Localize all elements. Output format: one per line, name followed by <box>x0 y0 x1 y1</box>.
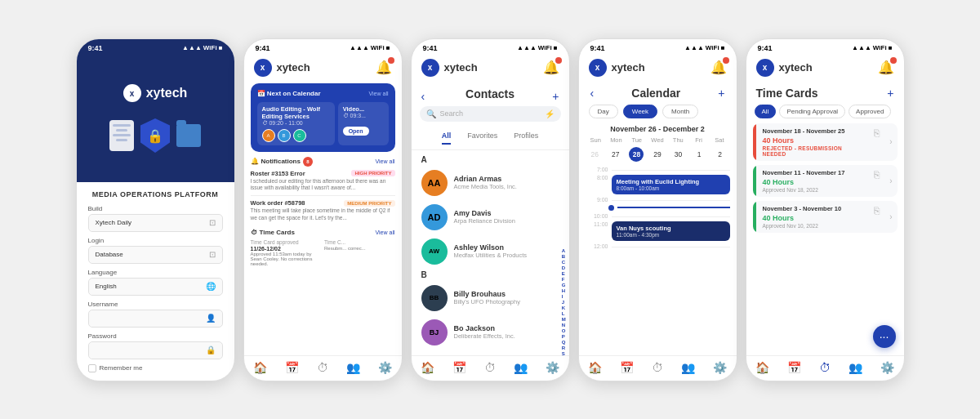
fab-button[interactable]: ··· <box>873 325 896 348</box>
filter-icon[interactable]: ⚡ <box>545 109 555 118</box>
alpha-k[interactable]: K <box>562 305 567 310</box>
alpha-r[interactable]: R <box>562 345 567 350</box>
password-input[interactable]: 🔒 <box>88 341 223 359</box>
cal-nav-settings[interactable]: ⚙️ <box>713 361 727 374</box>
alpha-a[interactable]: A <box>562 248 567 253</box>
alpha-g[interactable]: G <box>562 283 567 288</box>
tc-card-1[interactable]: November 18 - November 25 40 Hours REJEC… <box>753 123 898 161</box>
tc-nav-home[interactable]: 🏠 <box>755 361 769 374</box>
timecards-view-all[interactable]: View all <box>376 230 395 235</box>
calendar-prev[interactable]: ‹ <box>590 87 595 100</box>
notification-bell[interactable]: 🔔 <box>376 60 392 75</box>
tc-add-button[interactable]: + <box>887 87 893 100</box>
alpha-p[interactable]: P <box>562 334 567 339</box>
calendar-add[interactable]: + <box>718 87 724 100</box>
cal-nav-timecards[interactable]: ⏱ <box>652 361 663 374</box>
calendar-event-1[interactable]: Meeting with Euclid Lighting 8:00am - 10… <box>612 175 730 194</box>
add-contact-button[interactable]: + <box>552 90 559 103</box>
tab-profiles[interactable]: Profiles <box>514 131 538 145</box>
tc-copy-3[interactable]: ⎘ <box>869 201 884 233</box>
alpha-n[interactable]: N <box>562 323 567 328</box>
nav-contacts[interactable]: 👥 <box>346 361 360 374</box>
tab-favorites[interactable]: Favorites <box>467 131 497 145</box>
contacts-nav-calendar[interactable]: 📅 <box>452 361 466 374</box>
calendar-notification[interactable]: 🔔 <box>710 60 727 75</box>
tc-arrow-3[interactable]: › <box>884 201 897 233</box>
alpha-q[interactable]: Q <box>562 340 567 345</box>
tc-card-2[interactable]: November 11 - November 17 40 Hours Appro… <box>753 165 898 197</box>
date-30[interactable]: 30 <box>671 147 686 162</box>
date-26[interactable]: 26 <box>587 147 602 162</box>
login-input[interactable]: Database ⊡ <box>88 246 223 264</box>
open-button[interactable]: Open <box>343 127 369 136</box>
search-input[interactable]: Search <box>440 109 541 118</box>
back-button[interactable]: ‹ <box>421 90 425 103</box>
tc-arrow-1[interactable]: › <box>884 123 897 161</box>
nav-home[interactable]: 🏠 <box>253 361 267 374</box>
search-bar[interactable]: 🔍 Search ⚡ <box>420 106 561 122</box>
contact-amy[interactable]: AD Amy Davis Arpa Reliance Division <box>412 200 569 234</box>
contacts-nav-contacts[interactable]: 👥 <box>514 361 528 374</box>
date-27[interactable]: 27 <box>608 147 623 162</box>
tc-nav-settings[interactable]: ⚙️ <box>880 361 894 374</box>
language-input[interactable]: English 🌐 <box>88 278 223 296</box>
username-input[interactable]: 👤 <box>88 310 223 328</box>
alpha-i[interactable]: I <box>562 294 567 299</box>
cal-tab-week[interactable]: Week <box>623 105 657 118</box>
tc-copy-1[interactable]: ⎘ <box>869 123 884 161</box>
contact-bo[interactable]: BJ Bo Jackson Deliberate Effects, Inc. <box>412 315 569 350</box>
cal-nav-calendar[interactable]: 📅 <box>620 361 634 374</box>
build-input[interactable]: Xytech Daily ⊡ <box>88 214 223 232</box>
cal-tab-day[interactable]: Day <box>589 105 618 118</box>
time-row-700: 7:00 <box>586 167 730 172</box>
alpha-e[interactable]: E <box>562 271 567 276</box>
tab-all[interactable]: All <box>442 131 452 145</box>
cal-nav-home[interactable]: 🏠 <box>588 361 602 374</box>
alpha-l[interactable]: L <box>562 311 567 316</box>
tc-notification[interactable]: 🔔 <box>878 60 894 75</box>
nav-timecards[interactable]: ⏱ <box>317 361 328 374</box>
cal-nav-contacts[interactable]: 👥 <box>681 361 695 374</box>
tc-tab-all[interactable]: All <box>755 105 777 118</box>
time-row-1000: 10:00 <box>586 213 730 219</box>
alpha-c[interactable]: C <box>562 260 567 265</box>
date-28[interactable]: 28 <box>629 147 644 162</box>
cal-tab-month[interactable]: Month <box>662 105 698 118</box>
contact-ashley[interactable]: AW Ashley Wilson Medfax Utilities & Prod… <box>412 234 569 269</box>
tc-nav-calendar[interactable]: 📅 <box>787 361 801 374</box>
alpha-m[interactable]: M <box>562 317 567 322</box>
contacts-nav-timecards[interactable]: ⏱ <box>484 361 496 374</box>
calendar-item-1[interactable]: Audio Editing - Wolf Editing Services ⏱ … <box>257 102 335 145</box>
contact-billy[interactable]: BB Billy Brouhaus Billy's UFO Photograph… <box>412 281 569 315</box>
notifications-view-all[interactable]: View all <box>376 158 395 164</box>
alpha-f[interactable]: F <box>562 277 567 282</box>
contact-adrian[interactable]: AA Adrian Armas Acme Media Tools, Inc. <box>412 166 569 200</box>
nav-calendar[interactable]: 📅 <box>285 361 299 374</box>
tc-tab-pending[interactable]: Pending Approval <box>779 105 845 118</box>
remember-checkbox[interactable] <box>88 364 96 372</box>
status-bar-5: 9:41 ▲▲▲ WiFi ■ <box>746 39 904 54</box>
tc-card-3[interactable]: November 3 - November 10 40 Hours Approv… <box>753 201 898 233</box>
tc-copy-2[interactable]: ⎘ <box>869 165 884 197</box>
date-29[interactable]: 29 <box>650 147 665 162</box>
tc-arrow-2[interactable]: › <box>884 165 897 197</box>
nav-settings[interactable]: ⚙️ <box>378 361 392 374</box>
date-1[interactable]: 1 <box>692 147 706 162</box>
tc-tab-approved[interactable]: Approved <box>849 105 891 118</box>
alpha-s[interactable]: S <box>562 351 567 355</box>
contacts-nav-home[interactable]: 🏠 <box>421 361 434 374</box>
contacts-nav-settings[interactable]: ⚙️ <box>546 361 559 374</box>
tc-nav-contacts[interactable]: 👥 <box>849 361 862 374</box>
date-2[interactable]: 2 <box>713 147 728 162</box>
contacts-notification[interactable]: 🔔 <box>543 60 559 75</box>
alpha-o[interactable]: O <box>562 328 567 333</box>
calendar-item-2[interactable]: Video... ⏱ 09:3... Open <box>338 102 389 145</box>
alpha-j[interactable]: J <box>562 300 567 305</box>
tc-nav-timecards[interactable]: ⏱ <box>819 361 831 374</box>
calendar-view-all[interactable]: View all <box>369 91 389 96</box>
contact-info-adrian: Adrian Armas Acme Media Tools, Inc. <box>454 175 559 190</box>
alpha-d[interactable]: D <box>562 265 567 270</box>
alpha-b[interactable]: B <box>562 254 567 259</box>
calendar-event-2[interactable]: Van Nuys scouting 11:00am - 4:30pm <box>612 221 730 241</box>
alpha-h[interactable]: H <box>562 288 567 293</box>
